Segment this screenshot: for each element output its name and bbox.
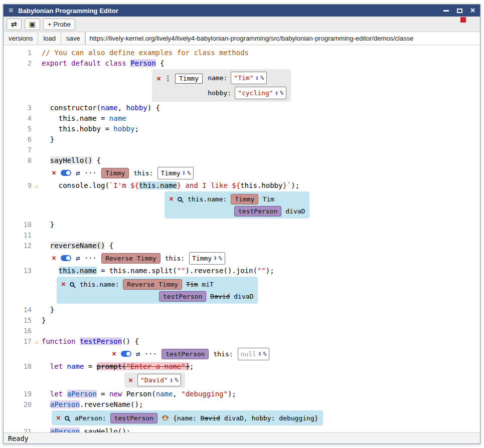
url-input[interactable] xyxy=(85,32,480,45)
swap-icon[interactable]: ⇄ xyxy=(136,349,140,359)
delete-example-icon[interactable]: × xyxy=(156,75,161,82)
value-field[interactable]: "Tim"▲▼% xyxy=(231,72,267,84)
code-token: `I'm ${ xyxy=(109,181,139,189)
code-token: = this.name.split( xyxy=(97,267,177,275)
code-token: , xyxy=(118,104,126,112)
maximize-button[interactable] xyxy=(457,9,462,13)
delete-probe-icon[interactable]: × xyxy=(169,195,174,202)
code-token: constructor( xyxy=(42,104,101,112)
code-token: export xyxy=(42,59,67,67)
code-token: .sayHello(); xyxy=(80,427,130,432)
frame-button[interactable]: ▣ xyxy=(25,19,40,30)
value-field[interactable]: "cycling"▲▼% xyxy=(235,87,286,99)
example-this-select[interactable]: Timmy▲▼% xyxy=(157,167,194,179)
example-badge[interactable]: Timmy xyxy=(231,194,258,204)
example-badge[interactable]: Reverse Timmy xyxy=(101,253,160,264)
toolbar: ⇄ ▣ + Probe xyxy=(4,17,480,32)
stepper-icon[interactable]: ▲▼ xyxy=(256,76,258,81)
toggle-on-icon[interactable] xyxy=(121,351,131,357)
close-button[interactable]: × xyxy=(470,8,475,13)
delete-probe-icon[interactable]: × xyxy=(56,414,61,421)
link-icon[interactable]: % xyxy=(263,349,267,359)
stepper-icon[interactable]: ▲▼ xyxy=(183,170,185,175)
example-this-select[interactable]: null▲▼% xyxy=(238,348,270,360)
toggle-on-icon[interactable] xyxy=(61,170,71,176)
code-token: () { xyxy=(122,337,139,345)
example-badge[interactable]: Reverse Timmy xyxy=(123,279,182,290)
delete-example-icon[interactable]: × xyxy=(52,255,56,262)
example-badge[interactable]: Timmy xyxy=(101,168,129,178)
code-token: let xyxy=(50,390,63,398)
probe-widget: ×this.name:Reverse TimmyTim miTtestPerso… xyxy=(57,277,258,304)
line-number: 16 xyxy=(10,326,32,336)
link-icon[interactable]: % xyxy=(280,88,284,98)
code-line: 8 sayHello() { xyxy=(10,155,480,166)
stepper-icon[interactable]: ▲▼ xyxy=(214,256,216,261)
code-token xyxy=(126,59,130,67)
example-badge[interactable]: testPerson xyxy=(234,206,281,216)
widget-line: ×"David"▲▼% xyxy=(10,372,480,388)
magnifier-icon[interactable] xyxy=(178,197,182,201)
delete-example-icon[interactable]: × xyxy=(112,350,116,357)
toggle-on-icon[interactable] xyxy=(61,255,71,261)
example-badge[interactable]: testPerson xyxy=(110,413,157,423)
delete-replacement-icon[interactable]: × xyxy=(128,377,133,384)
drag-handle-icon[interactable]: ⋮ xyxy=(165,73,172,84)
example-badge[interactable]: testPerson xyxy=(159,291,206,302)
delete-example-icon[interactable]: × xyxy=(52,169,56,176)
link-icon[interactable]: % xyxy=(219,253,222,264)
code-token: Person xyxy=(130,59,156,67)
code-line: 20 aPerson.reverseName(); xyxy=(10,399,480,410)
code-token: sayHello() xyxy=(50,156,92,164)
more-icon[interactable]: ··· xyxy=(84,168,97,178)
code-line: 1// You can also define examples for cla… xyxy=(10,48,480,58)
link-icon[interactable]: % xyxy=(260,73,264,83)
link-icon[interactable]: % xyxy=(188,168,191,178)
swap-icon[interactable]: ⇄ xyxy=(76,253,80,264)
minimize-button[interactable] xyxy=(443,10,449,12)
line-number: 6 xyxy=(10,134,32,145)
replacement-widget: ×"David"▲▼% xyxy=(124,372,185,388)
code-line: 6 } xyxy=(10,134,480,145)
code-editor[interactable]: 1// You can also define examples for cla… xyxy=(4,45,480,432)
code-token: ) xyxy=(186,362,190,370)
more-icon[interactable]: ··· xyxy=(144,349,157,359)
code-token: Person( xyxy=(122,390,155,398)
stepper-icon[interactable]: ▲▼ xyxy=(259,351,261,356)
add-probe-button[interactable]: + Probe xyxy=(43,19,75,30)
code-token: "" xyxy=(177,267,186,275)
frame-icon: ▣ xyxy=(29,20,36,28)
example-name-field[interactable]: Timmy xyxy=(175,74,203,84)
menu-icon[interactable]: ≡ xyxy=(9,6,13,15)
this-label: this: xyxy=(213,349,233,359)
code-token xyxy=(67,59,71,67)
code-text: constructor(name, hobby) { xyxy=(42,103,160,113)
line-number: 10 xyxy=(10,219,32,230)
swap-icon[interactable]: ⇄ xyxy=(76,168,80,178)
code-text: } xyxy=(42,219,54,230)
example-annotation: ×⇄···Timmythis:Timmy▲▼% xyxy=(52,166,194,179)
magnifier-icon[interactable] xyxy=(65,416,69,420)
load-button[interactable]: load xyxy=(38,32,61,45)
save-button[interactable]: save xyxy=(61,32,85,45)
stepper-icon[interactable]: ▲▼ xyxy=(276,91,278,96)
line-number: 3 xyxy=(10,103,32,113)
more-icon[interactable]: ··· xyxy=(84,253,97,264)
code-token: aPerson xyxy=(50,427,80,432)
probe-widget: ×this.name:TimmyTimtestPersondivaD xyxy=(165,191,309,218)
link-icon[interactable]: % xyxy=(175,375,179,385)
value-field[interactable]: "David"▲▼% xyxy=(137,374,181,386)
line-number: 18 xyxy=(10,361,32,372)
line-number: 4 xyxy=(10,113,32,124)
example-this-select[interactable]: Timmy▲▼% xyxy=(189,252,225,265)
example-badge[interactable]: testPerson xyxy=(162,349,209,359)
delete-probe-icon[interactable]: × xyxy=(61,281,66,288)
stepper-icon[interactable]: ▲▼ xyxy=(171,378,173,383)
swap-button[interactable]: ⇄ xyxy=(7,19,22,30)
code-token: } xyxy=(42,306,54,314)
code-token: { xyxy=(105,242,113,250)
code-token: .reverseName(); xyxy=(80,400,143,408)
magnifier-icon[interactable] xyxy=(70,282,74,287)
versions-button[interactable]: versions xyxy=(4,32,38,45)
red-indicator[interactable] xyxy=(460,17,466,23)
